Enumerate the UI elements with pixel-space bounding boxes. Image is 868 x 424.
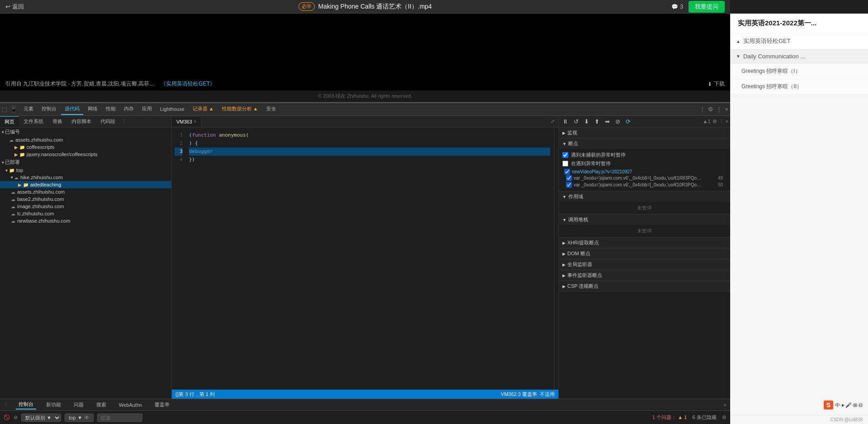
dont-pause-button[interactable]: ⟳	[624, 117, 632, 126]
step-into-button[interactable]: ⬇	[582, 117, 591, 126]
tree-item-assets[interactable]: ☁ assets.zhihuishu.com	[0, 136, 171, 143]
tab-memory[interactable]: 内存	[120, 104, 137, 115]
bottom-tab-coverage[interactable]: 覆盖率	[152, 400, 172, 409]
tab-perf-insights[interactable]: 性能数据分析 ▲	[218, 104, 262, 115]
debug-scroll[interactable]: ▶ 监视 ▼ 断点	[559, 128, 730, 399]
devtools-device-icon[interactable]: 📱	[10, 106, 17, 113]
tree-item-aidedteaching[interactable]: ▶ 📁 aidedteaching	[0, 181, 171, 188]
devtools-body: 网页 文件系统 替换 内容脚本 代码段 ⋮ ▾ 已编号	[0, 116, 730, 399]
devtools-close-icon[interactable]: ×	[725, 106, 728, 113]
bottom-tab-issues[interactable]: 问题	[71, 400, 86, 409]
tree-item-top[interactable]: ▾ 📁 top	[0, 167, 171, 174]
filetree-tab-filesystem[interactable]: 文件系统	[19, 116, 48, 127]
comment-button[interactable]: 💬 3	[671, 4, 683, 10]
dom-section-header[interactable]: ▶ DOM 断点	[559, 248, 730, 259]
bp-var-2-checkbox[interactable]	[566, 182, 572, 188]
caught-exceptions-checkbox[interactable]	[562, 161, 568, 167]
code-tab-vm363[interactable]: VM363 ×	[172, 117, 202, 126]
debug-settings-icon[interactable]: ⚙	[712, 119, 717, 124]
code-line-1: (function anonymous(	[189, 131, 550, 139]
debug-close-icon[interactable]: ×	[726, 119, 728, 124]
devtools-more-icon[interactable]: ⋮	[699, 106, 705, 113]
tab-sources[interactable]: 源代码	[61, 104, 83, 115]
tab-security[interactable]: 安全	[263, 104, 280, 115]
step-button[interactable]: ➡	[603, 117, 612, 126]
code-content[interactable]: (function anonymous( ) { debugger })	[185, 128, 554, 390]
console-clear-icon[interactable]: 🚫	[4, 414, 10, 420]
uncaught-exceptions-checkbox[interactable]	[562, 152, 568, 158]
pause-button[interactable]: ⏸	[561, 117, 570, 126]
csp-section-header[interactable]: ▶ CSP 违规断点	[559, 281, 730, 291]
filetree-tab-snippets[interactable]: 代码段	[96, 116, 120, 127]
breakpoints-section-header[interactable]: ▼ 断点	[559, 138, 730, 149]
tree-item-lc[interactable]: ☁ lc.zhihuishu.com	[0, 210, 171, 217]
console-eye-icon[interactable]: 👁	[84, 414, 90, 421]
file-tree-panel: 网页 文件系统 替换 内容脚本 代码段 ⋮ ▾ 已编号	[0, 116, 172, 399]
sidebar-item-greetings-1[interactable]: Greetings 招呼寒暄（I）	[731, 64, 868, 79]
tab-lighthouse[interactable]: Lighthouse	[156, 105, 188, 114]
tree-item-coffeescripts[interactable]: ▶ 📁 coffeescripts	[0, 143, 171, 151]
devtools-inspect-icon[interactable]: ⬚	[2, 106, 7, 113]
console-filter-icon[interactable]: ⊘	[14, 414, 18, 420]
console-filter-input[interactable]	[97, 414, 142, 422]
back-button[interactable]: ↩ 返回	[5, 3, 24, 11]
console-level-select[interactable]: 默认级别 ▼	[21, 414, 61, 422]
console-gear-icon[interactable]: ⚙	[722, 414, 726, 420]
expand-code-button[interactable]: ⤢	[547, 119, 558, 124]
code-tab-close-button[interactable]: ×	[194, 119, 197, 124]
bottom-tab-new-features[interactable]: 新功能	[43, 400, 64, 409]
cloud-icon: ☁	[11, 211, 15, 216]
callstack-section-header[interactable]: ▼ 调用堆栈	[559, 214, 730, 225]
tree-item-newbase[interactable]: ☁ newbase.zhihuishu.com	[0, 217, 171, 224]
book-link[interactable]: 《实用英语轻松GET》	[160, 81, 215, 87]
bottom-tab-webauthn[interactable]: WebAuthn	[116, 401, 145, 409]
back-arrow-icon: ↩	[5, 3, 10, 10]
tree-item-image[interactable]: ☁ image.zhihuishu.com	[0, 203, 171, 210]
event-listeners-header[interactable]: ▶ 事件监听器断点	[559, 270, 730, 281]
bottom-tab-console[interactable]: 控制台	[16, 400, 36, 410]
xhr-section-header[interactable]: ▶ XHR/提取断点	[559, 238, 730, 248]
file-tree-scroll[interactable]: ▾ 已编号 ☁ assets.zhihuishu.com ▶ 📁 coffees…	[0, 128, 171, 399]
event-listeners-arrow-icon: ▶	[562, 273, 566, 278]
breakpoint-file-checkbox[interactable]	[564, 169, 570, 175]
global-listeners-header[interactable]: ▶ 全局监听器	[559, 259, 730, 270]
breakpoints-content: 遇到未捕获的异常时暂停 在遇到异常时暂停	[559, 149, 730, 191]
tab-network[interactable]: 网络	[84, 104, 101, 115]
scrollbar-area[interactable]	[554, 128, 558, 390]
bp-var-1-checkbox[interactable]	[566, 175, 572, 181]
sidebar-section-daily-comm[interactable]: ▼ Daily Communication ...	[731, 49, 868, 64]
tab-performance[interactable]: 性能	[102, 104, 119, 115]
event-listeners-label: 事件监听器断点	[567, 272, 602, 279]
step-over-button[interactable]: ↺	[572, 117, 580, 126]
filetree-more-button[interactable]: ⋮	[122, 119, 127, 124]
bp-var-2-text: var _0xodu='jsjiami.com.v6',_0x4cbb=[_0x…	[574, 182, 701, 187]
tree-item-jquery-nano[interactable]: ▶ 📁 jquery.nanoscroller/coffeescripts	[0, 151, 171, 158]
debug-more-icon[interactable]: ⋮	[719, 119, 724, 124]
filetree-tab-overrides[interactable]: 替换	[48, 116, 67, 127]
sidebar-item-greetings-2[interactable]: Greetings 招呼寒暄（II）	[731, 79, 868, 95]
ask-button[interactable]: 我要提问	[689, 1, 725, 13]
tree-item-assets2[interactable]: ☁ assets.zhihuishu.com	[0, 188, 171, 195]
filetree-tab-content-scripts[interactable]: 内容脚本	[67, 116, 96, 127]
tree-item-base2[interactable]: ☁ base2.zhihuishu.com	[0, 195, 171, 203]
download-button[interactable]: ⬇ 下载	[708, 80, 725, 88]
filetree-tab-webpage[interactable]: 网页	[0, 116, 19, 127]
sidebar-section-easy-english[interactable]: ▲ 实用英语轻松GET	[731, 33, 868, 49]
tab-console[interactable]: 控制台	[38, 104, 60, 115]
bottom-panel-close-button[interactable]: ×	[724, 402, 726, 408]
tab-application[interactable]: 应用	[138, 104, 156, 115]
breakpoint-file-link[interactable]: newVideoPlay.js?v=20210927	[572, 169, 632, 174]
deactivate-breakpoints-button[interactable]: ⊘	[613, 117, 622, 126]
watch-section-header[interactable]: ▶ 监视	[559, 128, 730, 138]
tree-item-hike[interactable]: ▾ ☁ hike.zhihuishu.com	[0, 174, 171, 181]
devtools-settings-icon[interactable]: ⚙	[708, 106, 713, 113]
scope-section-header[interactable]: ▼ 作用域	[559, 191, 730, 202]
step-out-button[interactable]: ⬆	[593, 117, 601, 126]
console-top-dropdown-icon[interactable]: ▼	[77, 415, 82, 420]
tab-elements[interactable]: 元素	[20, 104, 37, 115]
tab-recorder[interactable]: 记录器 ▲	[189, 104, 217, 115]
bottom-tab-search[interactable]: 搜索	[94, 400, 109, 409]
video-player[interactable]: 引用自 九江职业技术学院 · 方芳,贺婧,查晨,沈阳,项云卿,高菲… 《实用英语…	[0, 14, 730, 91]
devtools-undock-icon[interactable]: ⋮	[716, 106, 722, 113]
bottom-more-icon[interactable]: ⋮	[4, 402, 9, 408]
